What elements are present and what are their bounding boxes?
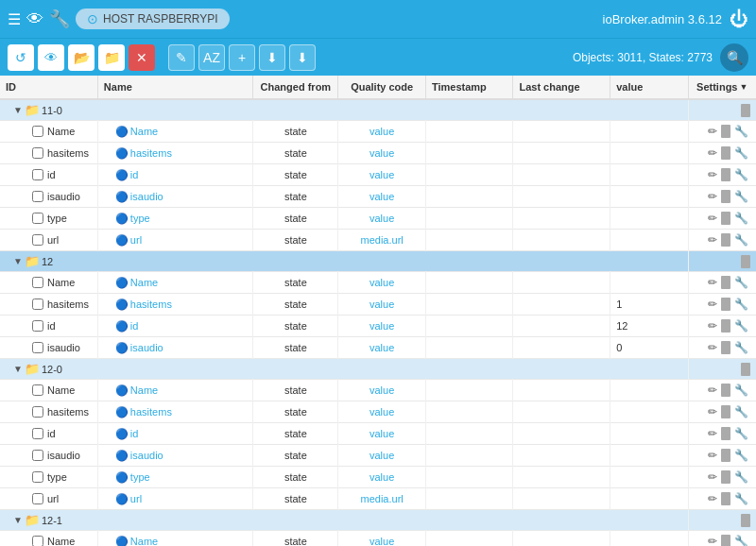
row-checkbox[interactable] [32,471,43,483]
settings-wrench-icon[interactable]: 🔧 [732,124,750,139]
row-quality-link[interactable]: value [369,428,394,439]
table-row[interactable]: url 🔵 url state media.url [0,488,756,510]
row-name-link[interactable]: type [130,471,150,483]
settings-wrench-icon[interactable]: 🔧 [732,534,750,546]
wrench-icon[interactable]: 🔧 [49,9,70,29]
table-row[interactable]: ▼ 📁 11-0 [0,99,756,121]
settings-wrench-icon[interactable]: 🔧 [732,404,750,419]
col-header-settings[interactable]: Settings ▼ [688,76,756,99]
row-name-link[interactable]: isaudio [130,342,163,353]
row-name-link[interactable]: hasitems [130,147,172,159]
pencil-icon[interactable]: ✏ [706,491,719,506]
row-name-link[interactable]: type [130,213,150,224]
az-button[interactable]: AZ [198,44,225,71]
row-quality-link[interactable]: media.url [361,493,404,504]
row-checkbox[interactable] [32,147,43,159]
visibility-button[interactable]: 👁 [38,44,64,71]
settings-wrench-icon[interactable]: 🔧 [732,297,750,312]
power-icon[interactable]: ⏻ [730,9,748,30]
settings-wrench-icon[interactable]: 🔧 [732,232,750,247]
pencil-icon[interactable]: ✏ [706,189,719,204]
edit-button[interactable]: ✎ [168,44,195,71]
pencil-icon[interactable]: ✏ [706,469,719,485]
table-row[interactable]: ▼ 📁 12-1 [0,510,756,531]
row-name-link[interactable]: id [130,320,139,332]
pencil-icon[interactable]: ✏ [706,275,719,290]
table-row[interactable]: isaudio 🔵 isaudio state value [0,445,756,467]
row-checkbox[interactable] [32,342,43,353]
pencil-icon[interactable]: ✏ [706,448,719,463]
table-row[interactable]: id 🔵 id state value 12 [0,316,756,337]
row-quality-link[interactable]: value [369,169,394,180]
import-button[interactable]: ⬇ [259,44,285,71]
settings-wrench-icon[interactable]: 🔧 [732,491,750,506]
row-checkbox[interactable] [32,384,43,396]
row-name-link[interactable]: isaudio [130,191,163,202]
table-row[interactable]: id 🔵 id state value [0,164,756,186]
pencil-icon[interactable]: ✏ [706,318,719,333]
pencil-icon[interactable]: ✏ [706,297,719,312]
row-name-link[interactable]: isaudio [130,450,163,461]
settings-wrench-icon[interactable]: 🔧 [732,167,750,182]
row-name-link[interactable]: url [130,493,142,504]
row-quality-link[interactable]: value [369,384,394,396]
delete-button[interactable]: ✕ [129,44,155,71]
table-row[interactable]: Name 🔵 Name state value [0,531,756,547]
table-row[interactable]: Name 🔵 Name state value [0,380,756,401]
pencil-icon[interactable]: ✏ [706,232,719,247]
table-row[interactable]: hasitems 🔵 hasitems state value [0,294,756,316]
table-row[interactable]: isaudio 🔵 isaudio state value [0,186,756,208]
settings-wrench-icon[interactable]: 🔧 [732,383,750,398]
row-checkbox[interactable] [32,299,43,310]
row-name-link[interactable]: Name [130,277,158,288]
collapse-icon[interactable]: ▼ [13,105,23,115]
pencil-icon[interactable]: ✏ [706,534,719,546]
row-checkbox[interactable] [32,536,43,546]
row-quality-link[interactable]: value [369,213,394,224]
host-badge[interactable]: ⊙ HOST RASPBERRYPI [76,9,230,29]
row-quality-link[interactable]: value [369,147,394,159]
settings-wrench-icon[interactable]: 🔧 [732,426,750,441]
row-quality-link[interactable]: value [369,450,394,461]
add-button[interactable]: + [229,44,255,71]
table-row[interactable]: type 🔵 type state value [0,467,756,488]
row-name-link[interactable]: Name [130,384,158,396]
pencil-icon[interactable]: ✏ [706,340,719,355]
row-name-link[interactable]: hasitems [130,299,172,310]
pencil-icon[interactable]: ✏ [706,404,719,419]
export-button[interactable]: ⬇ [289,44,316,71]
table-row[interactable]: url 🔵 url state media.url [0,230,756,251]
pencil-icon[interactable]: ✏ [706,124,719,139]
table-row[interactable]: Name 🔵 Name state value [0,121,756,143]
row-name-link[interactable]: hasitems [130,406,172,418]
row-name-link[interactable]: id [130,169,139,180]
row-quality-link[interactable]: value [369,191,394,202]
row-name-link[interactable]: url [130,234,142,246]
row-checkbox[interactable] [32,428,43,439]
row-quality-link[interactable]: value [369,299,394,310]
table-row[interactable]: id 🔵 id state value [0,423,756,445]
row-name-link[interactable]: id [130,428,139,439]
row-name-link[interactable]: Name [130,126,158,137]
folder-open-button[interactable]: 📂 [68,44,94,71]
refresh-button[interactable]: ↺ [8,44,34,71]
row-checkbox[interactable] [32,277,43,288]
hamburger-icon[interactable]: ☰ [8,10,21,28]
table-row[interactable]: hasitems 🔵 hasitems state value [0,143,756,164]
pencil-icon[interactable]: ✏ [706,167,719,182]
collapse-icon[interactable]: ▼ [13,256,23,266]
row-quality-link[interactable]: media.url [361,234,404,246]
table-row[interactable]: isaudio 🔵 isaudio state value [0,337,756,359]
collapse-icon[interactable]: ▼ [13,515,23,525]
collapse-icon[interactable]: ▼ [13,364,23,374]
folder-button[interactable]: 📁 [98,44,125,71]
row-checkbox[interactable] [32,191,43,202]
pencil-icon[interactable]: ✏ [706,383,719,398]
pencil-icon[interactable]: ✏ [706,145,719,161]
row-checkbox[interactable] [32,450,43,461]
row-quality-link[interactable]: value [369,342,394,353]
row-checkbox[interactable] [32,126,43,137]
table-row[interactable]: Name 🔵 Name state value [0,272,756,294]
settings-wrench-icon[interactable]: 🔧 [732,318,750,333]
search-button[interactable]: 🔍 [720,43,748,72]
